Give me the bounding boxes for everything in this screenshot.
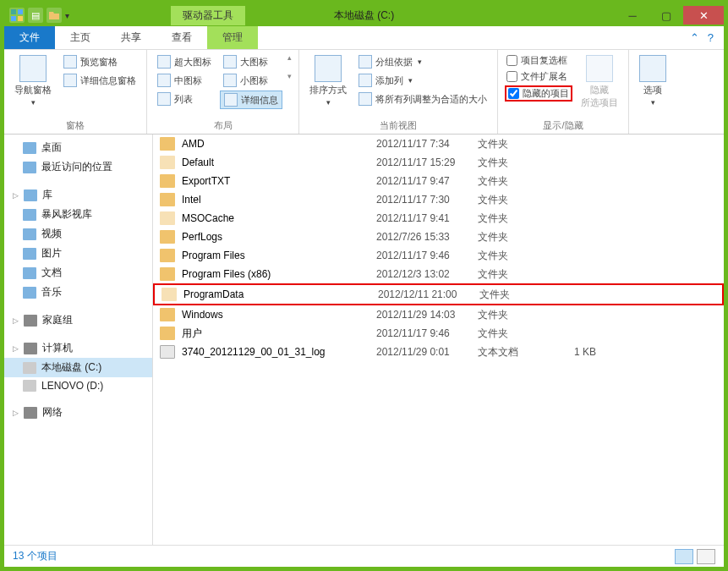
hide-selected-button[interactable]: 隐藏 所选项目: [577, 53, 621, 111]
tab-share[interactable]: 共享: [106, 26, 156, 49]
nav-network[interactable]: ▷网络: [4, 403, 152, 422]
group-by-button[interactable]: 分组依据▾: [355, 53, 490, 70]
explorer-icon[interactable]: [9, 8, 25, 23]
file-date: 2012/11/17 9:46: [376, 327, 478, 339]
folder-icon: [161, 288, 177, 301]
folder-icon: [160, 327, 175, 340]
nav-desktop[interactable]: 桌面: [4, 138, 152, 157]
add-columns-button[interactable]: 添加列▾: [355, 72, 490, 89]
nav-homegroup[interactable]: ▷家庭组: [4, 310, 152, 330]
close-button[interactable]: ✕: [683, 6, 724, 25]
file-row[interactable]: Program Files (x86)2012/12/3 13:02文件夹: [153, 265, 724, 283]
file-date: 2012/7/26 15:33: [376, 231, 478, 243]
scroll-down-icon[interactable]: ▾: [287, 72, 292, 80]
nav-libraries[interactable]: ▷库: [4, 185, 152, 205]
file-row[interactable]: PerfLogs2012/7/26 15:33文件夹: [153, 228, 724, 246]
dropdown-icon: ▾: [651, 98, 655, 107]
group-options: 选项 ▾: [629, 50, 676, 134]
nav-music[interactable]: 音乐: [4, 283, 152, 302]
folder-icon: [160, 137, 175, 151]
file-date: 2012/12/3 13:02: [376, 268, 478, 280]
nav-videos[interactable]: 视频: [4, 224, 152, 244]
maximize-button[interactable]: ▢: [649, 6, 683, 25]
nav-baofeng[interactable]: 暴风影视库: [4, 205, 152, 224]
folder-icon: [160, 156, 175, 169]
file-name: Program Files (x86): [182, 268, 376, 280]
svg-rect-0: [11, 9, 16, 14]
layout-sm[interactable]: 小图标: [220, 72, 282, 89]
minimize-button[interactable]: ─: [616, 6, 649, 25]
tab-view[interactable]: 查看: [156, 26, 207, 49]
dropdown-icon: ▾: [31, 98, 36, 107]
body: 桌面 最近访问的位置 ▷库 暴风影视库 视频 图片 文档 音乐 ▷家庭组 ▷计算…: [4, 135, 724, 545]
tab-manage[interactable]: 管理: [207, 26, 258, 49]
qat-dropdown-icon[interactable]: ▾: [65, 11, 69, 20]
sort-button[interactable]: 排序方式 ▾: [306, 53, 350, 108]
layout-list[interactable]: 列表: [154, 91, 215, 107]
file-date: 2012/11/17 15:29: [376, 156, 478, 168]
file-date: 2012/11/17 7:30: [376, 194, 478, 206]
layout-lg[interactable]: 大图标: [220, 53, 282, 70]
chevron-icon: ▷: [13, 316, 19, 325]
options-button[interactable]: 选项 ▾: [636, 53, 670, 108]
nav-computer[interactable]: ▷计算机: [4, 338, 152, 358]
file-date: 2012/11/17 9:41: [376, 212, 478, 224]
file-row[interactable]: Program Files2012/11/17 9:46文件夹: [153, 246, 724, 265]
file-name: Intel: [182, 194, 376, 206]
file-name: MSOCache: [182, 212, 376, 224]
file-row[interactable]: Default2012/11/17 15:29文件夹: [153, 153, 724, 172]
layout-xl[interactable]: 超大图标: [154, 53, 215, 70]
layout-details[interactable]: 详细信息: [220, 91, 282, 109]
minimize-ribbon-icon[interactable]: ⌃: [690, 31, 699, 44]
status-bar: 13 个项目: [4, 545, 724, 567]
file-name: Default: [182, 156, 376, 168]
file-icon: [160, 345, 175, 359]
nav-cdrive[interactable]: 本地磁盘 (C:): [4, 358, 152, 377]
chevron-down-icon: ▷: [13, 344, 19, 353]
nav-pictures[interactable]: 图片: [4, 244, 152, 263]
details-view-button[interactable]: [675, 549, 693, 564]
dropdown-icon: ▾: [326, 98, 331, 107]
file-row[interactable]: 用户2012/11/17 9:46文件夹: [153, 324, 724, 343]
nav-pane-button[interactable]: 导航窗格 ▾: [11, 53, 55, 108]
scroll-up-icon[interactable]: ▴: [287, 53, 292, 62]
quick-access-toolbar: ▤ ▾: [4, 8, 69, 23]
window-title: 本地磁盘 (C:): [334, 8, 394, 23]
icons-view-button[interactable]: [697, 549, 715, 564]
file-row[interactable]: 3740_20121129_00_01_31_log2012/11/29 0:0…: [153, 343, 724, 361]
file-row[interactable]: Windows2012/11/29 14:03文件夹: [153, 305, 724, 324]
item-checkboxes-toggle[interactable]: 项目复选框: [505, 53, 572, 68]
nav-documents[interactable]: 文档: [4, 263, 152, 283]
nav-recent[interactable]: 最近访问的位置: [4, 157, 152, 177]
preview-pane-button[interactable]: 预览窗格: [60, 53, 140, 70]
nav-ddrive[interactable]: LENOVO (D:): [4, 377, 152, 394]
hidden-items-toggle[interactable]: 隐藏的项目: [505, 85, 572, 102]
file-row[interactable]: Intel2012/11/17 7:30文件夹: [153, 190, 724, 209]
file-name: ExportTXT: [182, 175, 376, 187]
group-show-hide: 项目复选框 文件扩展名 隐藏的项目 隐藏 所选项目 显示/隐藏: [498, 50, 629, 134]
file-row[interactable]: ExportTXT2012/11/17 9:47文件夹: [153, 172, 724, 190]
file-row[interactable]: MSOCache2012/11/17 9:41文件夹: [153, 209, 724, 228]
properties-icon[interactable]: ▤: [28, 8, 43, 23]
file-name: 用户: [182, 327, 376, 341]
file-row[interactable]: ProgramData2012/12/11 21:00文件夹: [153, 283, 724, 305]
chevron-icon: ▷: [13, 409, 19, 417]
layout-md[interactable]: 中图标: [154, 72, 215, 89]
tab-home[interactable]: 主页: [55, 26, 106, 49]
file-row[interactable]: AMD2012/11/17 7:34文件夹: [153, 135, 724, 153]
file-name: Windows: [182, 309, 376, 321]
file-extensions-toggle[interactable]: 文件扩展名: [505, 69, 572, 84]
file-list: AMD2012/11/17 7:34文件夹Default2012/11/17 1…: [153, 135, 724, 545]
file-pane: AMD2012/11/17 7:34文件夹Default2012/11/17 1…: [153, 135, 724, 545]
titlebar: ▤ ▾ 驱动器工具 本地磁盘 (C:) ─ ▢ ✕: [4, 4, 724, 26]
file-date: 2012/11/29 0:01: [376, 346, 478, 358]
tab-file[interactable]: 文件: [4, 26, 55, 49]
file-type: 文件夹: [478, 327, 545, 341]
fit-columns-button[interactable]: 将所有列调整为合适的大小: [355, 91, 490, 107]
ribbon: 导航窗格 ▾ 预览窗格 详细信息窗格 窗格 超大图标 中图标 列表 大图标: [4, 50, 724, 135]
group-panes: 导航窗格 ▾ 预览窗格 详细信息窗格 窗格: [4, 50, 147, 134]
help-icon[interactable]: ?: [708, 31, 714, 44]
details-pane-button[interactable]: 详细信息窗格: [60, 72, 140, 89]
folder-icon: [160, 267, 175, 281]
folder-icon[interactable]: [47, 8, 62, 23]
